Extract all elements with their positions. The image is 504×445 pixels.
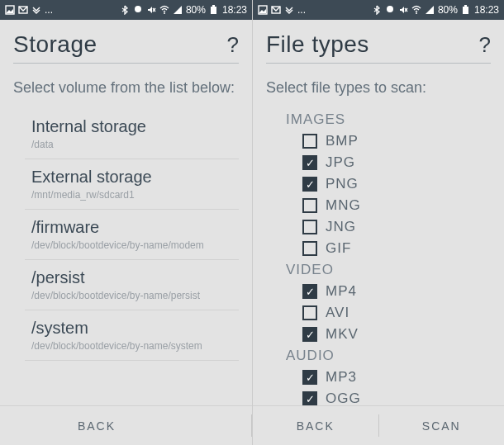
volume-item[interactable]: /firmware/dev/block/bootdevice/by-name/m…: [25, 210, 239, 260]
filetype-label: MP3: [326, 369, 357, 386]
checkbox[interactable]: [302, 370, 317, 385]
checkbox[interactable]: [302, 198, 317, 213]
clock: 18:23: [222, 4, 247, 16]
status-more: ...: [297, 4, 306, 16]
status-bar: ... 80% 18:23: [0, 0, 252, 20]
chevron-down-icon: [284, 5, 294, 15]
filetype-label: JPG: [326, 154, 355, 171]
location-icon: [385, 5, 395, 15]
page-header: File types ?: [253, 20, 504, 63]
svg-point-7: [416, 12, 417, 14]
wifi-icon: [159, 5, 169, 15]
filetype-item[interactable]: GIF: [278, 238, 491, 259]
filetype-item[interactable]: MP4: [278, 281, 491, 302]
volume-item[interactable]: External storage/mnt/media_rw/sdcard1: [25, 159, 239, 210]
storage-screen: ... 80% 18:23 Storage ? Select volume fr…: [0, 0, 252, 445]
page-subtitle: Select volume from the list below:: [0, 75, 252, 109]
status-more: ...: [45, 4, 53, 16]
volume-path: /dev/block/bootdevice/by-name/modem: [31, 239, 239, 251]
checkbox[interactable]: [302, 241, 317, 256]
group-label: IMAGES: [278, 109, 491, 130]
volume-name: /firmware: [31, 218, 239, 237]
divider: [266, 63, 491, 64]
clock: 18:23: [474, 4, 499, 16]
checkbox[interactable]: [302, 220, 317, 234]
mute-icon: [146, 5, 156, 15]
volume-path: /mnt/media_rw/sdcard1: [31, 189, 239, 201]
filetype-item[interactable]: AVI: [278, 302, 491, 324]
filetype-label: MP4: [326, 283, 357, 300]
wifi-icon: [411, 5, 421, 15]
checkbox[interactable]: [302, 391, 317, 405]
group-label: AUDIO: [278, 345, 491, 367]
svg-rect-9: [464, 5, 467, 7]
filetype-list: IMAGESBMPJPGPNGMNGJNGGIFVIDEOMP4AVIMKVAU…: [253, 109, 504, 405]
filetype-item[interactable]: JNG: [278, 216, 491, 238]
scan-button[interactable]: SCAN: [379, 406, 505, 445]
filetype-item[interactable]: BMP: [278, 130, 491, 152]
footer: BACK SCAN: [253, 405, 504, 445]
back-button[interactable]: BACK: [253, 406, 378, 445]
filetype-label: MKV: [326, 326, 359, 343]
svg-point-2: [164, 12, 165, 14]
battery-icon: [461, 5, 471, 15]
checkbox[interactable]: [302, 177, 317, 192]
volume-path: /data: [31, 139, 239, 150]
bluetooth-icon: [120, 5, 130, 15]
filetype-label: JNG: [326, 219, 356, 235]
page-title: File types: [266, 31, 369, 58]
mute-icon: [398, 5, 408, 15]
volume-name: /persist: [31, 268, 239, 287]
volume-list: Internal storage/dataExternal storage/mn…: [0, 109, 252, 405]
checkbox[interactable]: [302, 327, 317, 342]
volume-item[interactable]: Internal storage/data: [25, 109, 239, 159]
status-bar: ... 80% 18:23: [253, 0, 504, 20]
chevron-down-icon: [31, 5, 41, 15]
filetype-item[interactable]: JPG: [278, 152, 491, 173]
signal-icon: [173, 5, 183, 15]
filetypes-screen: ... 80% 18:23 File types ? Select file t…: [252, 0, 504, 445]
battery-percent: 80%: [438, 4, 458, 16]
battery-percent: 80%: [186, 4, 206, 16]
filetype-label: OGG: [326, 391, 361, 405]
volume-path: /dev/block/bootdevice/by-name/system: [31, 340, 239, 352]
filetype-label: BMP: [326, 133, 359, 149]
divider: [13, 63, 239, 64]
filetype-label: AVI: [326, 305, 349, 321]
svg-rect-3: [211, 7, 216, 14]
filetype-item[interactable]: MNG: [278, 195, 491, 216]
battery-icon: [209, 5, 219, 15]
filetype-label: GIF: [326, 240, 351, 257]
checkbox[interactable]: [302, 134, 317, 149]
volume-name: Internal storage: [31, 117, 239, 136]
image-icon: [258, 5, 268, 15]
image-icon: [5, 5, 15, 15]
group-label: VIDEO: [278, 259, 491, 281]
filetype-item[interactable]: PNG: [278, 173, 491, 195]
footer: BACK: [0, 405, 252, 445]
signal-icon: [425, 5, 435, 15]
checkbox[interactable]: [302, 155, 317, 170]
svg-rect-8: [463, 7, 468, 14]
page-subtitle: Select file types to scan:: [253, 75, 504, 109]
filetype-item[interactable]: MP3: [278, 367, 491, 388]
volume-item[interactable]: /system/dev/block/bootdevice/by-name/sys…: [25, 310, 239, 361]
page-header: Storage ?: [0, 20, 252, 63]
page-title: Storage: [13, 31, 97, 58]
filetype-label: PNG: [326, 176, 359, 192]
mail-icon: [271, 5, 281, 15]
filetype-item[interactable]: OGG: [278, 388, 491, 405]
bluetooth-icon: [372, 5, 382, 15]
mail-icon: [18, 5, 28, 15]
filetype-item[interactable]: MKV: [278, 324, 491, 345]
checkbox[interactable]: [302, 284, 317, 299]
back-button[interactable]: BACK: [0, 406, 193, 445]
volume-path: /dev/block/bootdevice/by-name/persist: [31, 290, 239, 301]
checkbox[interactable]: [302, 305, 317, 320]
location-icon: [133, 5, 143, 15]
volume-item[interactable]: /persist/dev/block/bootdevice/by-name/pe…: [25, 260, 239, 310]
volume-name: /system: [31, 319, 239, 338]
svg-rect-4: [212, 5, 215, 7]
help-button[interactable]: ?: [479, 32, 491, 58]
help-button[interactable]: ?: [227, 32, 239, 58]
